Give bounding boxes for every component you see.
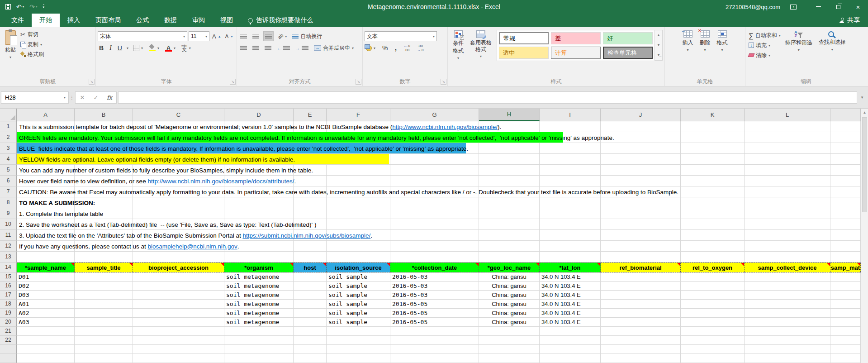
- restore-button[interactable]: [828, 0, 848, 14]
- cell-D22[interactable]: [224, 336, 294, 345]
- scroll-up-icon[interactable]: ▲: [861, 109, 868, 116]
- cell-D23[interactable]: [224, 345, 294, 354]
- cell-M17[interactable]: [830, 291, 861, 300]
- clear-button[interactable]: 清除▾: [747, 50, 782, 60]
- format-painter-button[interactable]: 格式刷: [19, 49, 45, 59]
- cell-E24[interactable]: [294, 354, 327, 363]
- font-name-select[interactable]: 宋体▾: [98, 31, 187, 41]
- cell-G10[interactable]: [390, 219, 479, 230]
- cell-H9[interactable]: [479, 208, 540, 219]
- cell-E20[interactable]: [294, 318, 327, 327]
- name-box[interactable]: H28▾: [1, 91, 69, 104]
- cell-M1[interactable]: [830, 121, 861, 132]
- cell-J19[interactable]: [601, 309, 681, 318]
- cell-E9[interactable]: [294, 208, 327, 219]
- tell-me-box[interactable]: 告诉我你想要做什么: [241, 14, 320, 27]
- undo-button[interactable]: ↶▾: [16, 4, 24, 10]
- bold-button[interactable]: B: [98, 43, 105, 53]
- cell-J1[interactable]: [601, 121, 681, 132]
- cell-E13[interactable]: [294, 252, 327, 263]
- cell-E18[interactable]: [294, 300, 327, 309]
- column-header-G[interactable]: G: [390, 109, 479, 121]
- currency-format-button[interactable]: ▾: [365, 43, 377, 53]
- header-cell-organism[interactable]: *organism: [224, 263, 294, 272]
- cell-G21[interactable]: [390, 327, 479, 336]
- save-icon[interactable]: [5, 4, 11, 10]
- header-cell-sample_name[interactable]: *sample_name: [17, 263, 75, 272]
- decrease-decimal-button[interactable]: .00→.0: [416, 43, 425, 53]
- cell-E19[interactable]: [294, 309, 327, 318]
- cell-H10[interactable]: [479, 219, 540, 230]
- cell-A21[interactable]: [17, 327, 75, 336]
- header-cell-isolation_source[interactable]: isolation_source: [327, 263, 390, 272]
- cell-H15[interactable]: China: gansu: [479, 272, 540, 282]
- cell-J10[interactable]: [601, 219, 681, 230]
- paste-button[interactable]: 粘贴▾: [2, 29, 19, 77]
- cell-C16[interactable]: [133, 282, 224, 291]
- cell-H18[interactable]: China: gansu: [479, 300, 540, 309]
- row-number[interactable]: 4: [0, 154, 17, 165]
- cell-C8[interactable]: [133, 197, 224, 208]
- cell-H4[interactable]: [479, 154, 540, 165]
- gallery-more-icon[interactable]: ▼̲: [655, 50, 662, 60]
- cell-H19[interactable]: China: gansu: [479, 309, 540, 318]
- cell-M19[interactable]: [830, 309, 861, 318]
- close-button[interactable]: ×: [848, 0, 868, 14]
- cell-I20[interactable]: 34.0 N 103.4 E: [540, 318, 601, 327]
- account-name[interactable]: 272108548@qq.com: [726, 4, 780, 10]
- cell-K3[interactable]: [681, 143, 745, 154]
- cell-K7[interactable]: [681, 186, 745, 197]
- row-number[interactable]: 16: [0, 282, 17, 291]
- cell-K18[interactable]: [681, 300, 745, 309]
- cell-L19[interactable]: [745, 309, 830, 318]
- merge-center-button[interactable]: ↔合并后居中▾: [313, 43, 355, 53]
- gallery-scroll-up-icon[interactable]: ▲: [655, 30, 662, 40]
- autosum-button[interactable]: ∑自动求和▾: [747, 30, 782, 40]
- cell-K22[interactable]: [681, 336, 745, 345]
- italic-button[interactable]: I: [108, 43, 113, 53]
- cell-I16[interactable]: 34.0 N 103.4 E: [540, 282, 601, 291]
- cell-M12[interactable]: [830, 241, 861, 252]
- cell-G12[interactable]: [390, 241, 479, 252]
- cell-J16[interactable]: [601, 282, 681, 291]
- tab-formulas[interactable]: 公式: [128, 14, 157, 27]
- cell-K17[interactable]: [681, 291, 745, 300]
- row-number[interactable]: 10: [0, 219, 17, 230]
- cell-H20[interactable]: China: gansu: [479, 318, 540, 327]
- cell-D8[interactable]: [224, 197, 294, 208]
- column-header-J[interactable]: J: [601, 109, 681, 121]
- underline-button[interactable]: U: [116, 43, 123, 53]
- cell-A20[interactable]: A03: [17, 318, 75, 327]
- cell-I1[interactable]: [540, 121, 601, 132]
- cell-H8[interactable]: [479, 197, 540, 208]
- cell-J15[interactable]: [601, 272, 681, 282]
- cell-M10[interactable]: [830, 219, 861, 230]
- row-number[interactable]: [0, 345, 17, 354]
- cell-G13[interactable]: [390, 252, 479, 263]
- cell-G11[interactable]: [390, 230, 479, 241]
- cell-G5[interactable]: [390, 165, 479, 176]
- cell-A24[interactable]: [17, 354, 75, 363]
- row-number[interactable]: 18: [0, 300, 17, 309]
- cell-L21[interactable]: [745, 327, 830, 336]
- cell-F9[interactable]: [327, 208, 390, 219]
- cell-L24[interactable]: [745, 354, 830, 363]
- cell-L22[interactable]: [745, 336, 830, 345]
- header-cell-samp_collect_device[interactable]: samp_collect_device: [745, 263, 830, 272]
- cell-E17[interactable]: [294, 291, 327, 300]
- cell-I13[interactable]: [540, 252, 601, 263]
- cell-K8[interactable]: [681, 197, 745, 208]
- cell-M8[interactable]: [830, 197, 861, 208]
- cell-G9[interactable]: [390, 208, 479, 219]
- cell-link[interactable]: https://submit.ncbi.nlm.nih.gov/subs/bio…: [242, 232, 370, 239]
- cell-link[interactable]: http://www.ncbi.nlm.nih.gov/biosample/: [392, 124, 498, 130]
- cell-I22[interactable]: [540, 336, 601, 345]
- cell-A13[interactable]: [17, 252, 75, 263]
- row-number[interactable]: 6: [0, 176, 17, 186]
- row-number[interactable]: 1: [0, 121, 17, 132]
- cell-H16[interactable]: China: gansu: [479, 282, 540, 291]
- cell-J17[interactable]: [601, 291, 681, 300]
- cell-H6[interactable]: [479, 176, 540, 186]
- cell-M11[interactable]: [830, 230, 861, 241]
- cell-A18[interactable]: A01: [17, 300, 75, 309]
